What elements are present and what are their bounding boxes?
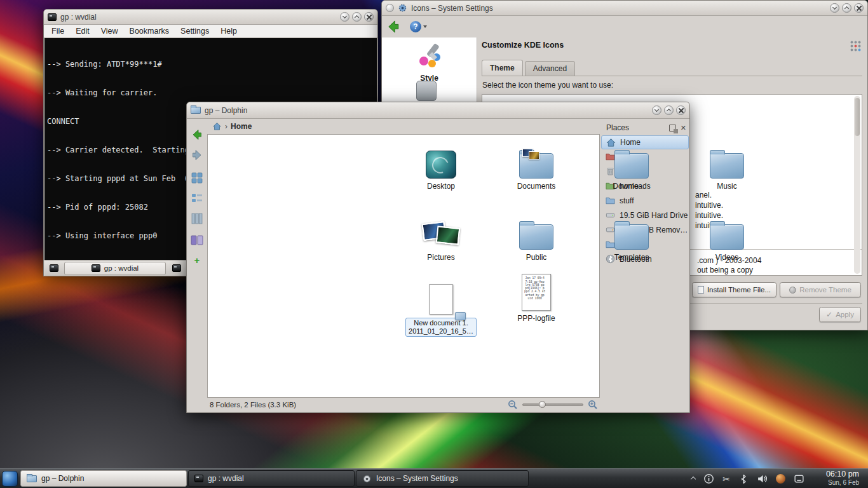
settings-titlebar[interactable]: Icons – System Settings xyxy=(382,1,867,16)
zoom-slider-handle[interactable] xyxy=(539,401,546,408)
minimize-button[interactable] xyxy=(830,3,839,13)
terminal-icon xyxy=(50,264,58,272)
help-button[interactable]: ? xyxy=(410,21,427,32)
remove-theme-label: Remove Theme xyxy=(799,286,851,294)
maximize-button[interactable] xyxy=(842,3,851,13)
forward-button[interactable] xyxy=(189,147,205,163)
menu-edit[interactable]: Edit xyxy=(76,27,90,36)
zoom-out-icon[interactable] xyxy=(508,400,518,410)
apply-button[interactable]: ✓ Apply xyxy=(819,307,861,322)
tray-expander-icon[interactable] xyxy=(691,476,696,481)
folder-label: Documents xyxy=(495,182,578,191)
document-file-icon xyxy=(429,284,453,315)
icons-view-button[interactable] xyxy=(189,170,205,186)
status-icon-orange[interactable] xyxy=(776,474,785,484)
terminal-titlebar[interactable]: gp : wvdial xyxy=(44,10,377,25)
gear-icon xyxy=(362,474,372,484)
menu-help[interactable]: Help xyxy=(220,27,237,36)
tab-advanced[interactable]: Advanced xyxy=(525,61,575,76)
remove-theme-button[interactable]: Remove Theme xyxy=(780,282,861,297)
klipper-scissors-icon[interactable]: ✂ xyxy=(722,475,730,484)
help-icon: ? xyxy=(410,21,421,32)
tab-list-button[interactable] xyxy=(168,262,184,275)
menu-file[interactable]: File xyxy=(51,27,64,36)
selected-file-label: New document 1. 2011_01_20_16_5… xyxy=(405,318,477,337)
folder-icon xyxy=(614,153,649,179)
menu-settings[interactable]: Settings xyxy=(180,27,209,36)
scrollbar[interactable] xyxy=(854,96,860,274)
maximize-button[interactable] xyxy=(664,105,674,115)
settings-window-title: Icons – System Settings xyxy=(411,4,493,13)
sidebar-item-style[interactable]: Style xyxy=(382,37,477,83)
plus-icon: + xyxy=(194,257,200,264)
tab-divider xyxy=(482,76,862,76)
terminal-line: --> Sending: ATDT*99***1# xyxy=(47,60,377,69)
folder-item-videos[interactable]: Videos xyxy=(686,209,768,262)
info-icon[interactable] xyxy=(703,473,714,484)
clock-date: Sun, 6 Feb xyxy=(826,478,859,487)
desktop-folder-icon xyxy=(426,151,456,179)
folder-item-music[interactable]: Music xyxy=(686,138,768,191)
tab-theme[interactable]: Theme xyxy=(482,60,523,76)
maximize-button[interactable] xyxy=(352,12,362,22)
volume-icon[interactable] xyxy=(757,473,768,484)
file-item-ppp-logfile[interactable]: Jan 17 09:4 7:18 gp-Asp lre-5738 pp pd[1… xyxy=(495,270,578,323)
zoom-slider[interactable] xyxy=(522,403,583,406)
folder-label: Videos xyxy=(686,253,768,262)
settings-tabs: Theme Advanced xyxy=(482,60,577,76)
back-button[interactable] xyxy=(384,18,402,36)
split-view-button[interactable] xyxy=(189,232,205,248)
folder-item-desktop[interactable]: Desktop xyxy=(400,138,482,191)
sidebar-item-partial-icon[interactable] xyxy=(416,81,437,101)
taskbar-task-dolphin[interactable]: gp – Dolphin xyxy=(20,470,187,487)
close-button[interactable] xyxy=(854,3,864,13)
log-file-icon: Jan 17 09:4 7:18 gp-Asp lre-5738 pp pd[1… xyxy=(522,274,551,311)
pictures-thumbnails-icon xyxy=(423,220,459,250)
compact-view-icon xyxy=(191,193,203,204)
bluetooth-icon[interactable] xyxy=(738,474,749,484)
terminal-tab[interactable]: gp : wvdial xyxy=(64,262,166,275)
zoom-in-icon[interactable] xyxy=(588,400,598,410)
menu-view[interactable]: View xyxy=(101,27,118,36)
minimize-button[interactable] xyxy=(652,105,661,115)
new-tab-button[interactable] xyxy=(46,262,62,275)
menu-bookmarks[interactable]: Bookmarks xyxy=(130,27,170,36)
dolphin-titlebar[interactable]: gp – Dolphin xyxy=(187,102,689,119)
add-button[interactable]: + xyxy=(189,255,205,266)
folder-item-public[interactable]: Public xyxy=(495,209,578,262)
document-icon xyxy=(698,286,704,294)
taskbar-task-terminal[interactable]: gp : wvdial xyxy=(188,470,355,487)
folder-item-pictures[interactable]: Pictures xyxy=(400,209,482,262)
clock-time: 06:10 pm xyxy=(826,470,859,478)
folder-item-templates[interactable]: Templates xyxy=(590,209,673,262)
minimize-button[interactable] xyxy=(340,12,349,22)
places-item-stuff[interactable]: stuff xyxy=(601,193,689,208)
check-icon: ✓ xyxy=(826,310,832,319)
task-label: gp – Dolphin xyxy=(41,474,84,483)
close-button[interactable] xyxy=(676,105,686,115)
icons-view-icon xyxy=(191,172,203,184)
settings-toolbar: ? xyxy=(382,16,867,37)
taskbar-task-settings[interactable]: Icons – System Settings xyxy=(356,470,529,487)
compact-view-button[interactable] xyxy=(189,190,205,207)
style-brush-icon xyxy=(415,43,444,69)
device-notifier-icon[interactable] xyxy=(794,473,804,484)
details-view-button[interactable] xyxy=(189,210,205,227)
close-panel-icon[interactable]: ✕ xyxy=(681,125,686,132)
window-menu-button[interactable] xyxy=(386,4,394,12)
float-panel-icon[interactable] xyxy=(669,125,676,132)
close-button[interactable] xyxy=(364,12,374,22)
back-arrow-icon xyxy=(386,19,401,34)
back-button[interactable] xyxy=(189,126,205,143)
breadcrumb-root-button[interactable]: › Home xyxy=(212,122,252,131)
folder-icon xyxy=(710,153,744,179)
task-label: gp : wvdial xyxy=(208,474,244,483)
log-file-preview: Jan 17 09:4 7:18 gp-Asp lre-5738 pp pd[1… xyxy=(524,276,545,300)
folder-item-documents[interactable]: Documents xyxy=(495,138,578,191)
folder-item-downloads[interactable]: Downloads xyxy=(590,138,673,191)
clock-widget[interactable]: 06:10 pm Sun, 6 Feb xyxy=(826,470,859,487)
install-theme-button[interactable]: Install Theme File... xyxy=(692,282,776,297)
file-item-new-document[interactable]: New document 1. 2011_01_20_16_5… xyxy=(400,274,482,337)
application-launcher-button[interactable] xyxy=(2,471,18,487)
status-text: 8 Folders, 2 Files (3.3 KiB) xyxy=(210,401,296,409)
